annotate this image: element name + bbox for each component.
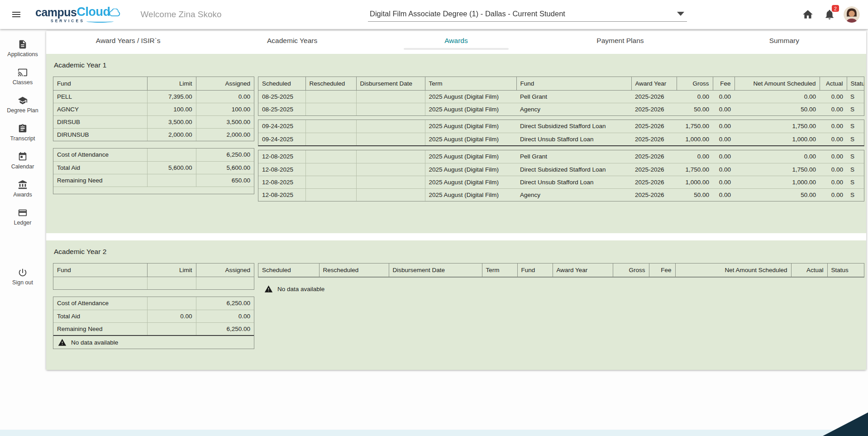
sidebar-item-transcript[interactable]: Transcript — [0, 119, 45, 147]
signout-label: Sign out — [12, 279, 33, 286]
no-data-message: No data available — [264, 285, 864, 293]
disbursement-row[interactable]: 09-24-2025 2025 August (Digital Film) Di… — [258, 120, 864, 133]
home-icon — [802, 9, 814, 20]
column-header[interactable]: Net Amount Scheduled — [675, 264, 791, 277]
column-header[interactable]: Assigned — [196, 264, 254, 277]
cell-status: S — [847, 120, 864, 133]
sidebar-item-applications[interactable]: Applications — [0, 34, 45, 62]
notifications-button[interactable]: 2 — [822, 7, 837, 22]
cell-actual: 0.00 — [820, 133, 847, 145]
disbursement-row[interactable]: 12-08-2025 2025 August (Digital Film) Di… — [258, 176, 864, 188]
sidebar-item-calendar[interactable]: Calendar — [0, 147, 45, 175]
cell-assigned: 650.00 — [196, 174, 254, 187]
campuscloud-logo[interactable]: campus Cloud SERVICES — [35, 6, 122, 23]
column-header[interactable]: Term — [482, 264, 517, 277]
disbursement-row[interactable]: 08-25-2025 2025 August (Digital Film) Pe… — [258, 90, 864, 103]
disbursement-row[interactable]: 08-25-2025 2025 August (Digital Film) Ag… — [258, 103, 864, 115]
cell-fee: 0.00 — [713, 176, 734, 188]
welcome-message: Welcome Zina Skoko — [140, 10, 221, 19]
table-footer-empty — [53, 187, 254, 194]
program-selector[interactable]: Digital Film Associate Degree (1) - Dall… — [368, 8, 687, 22]
tab-bar: Award Years / ISIR`s Academic Years Awar… — [46, 31, 866, 50]
disbursement-header-row: ScheduledRescheduledDisbursement DateTer… — [258, 77, 864, 90]
column-header[interactable]: Disbursement Date — [356, 77, 425, 90]
column-header[interactable]: Gross — [677, 77, 713, 90]
disbursement-row[interactable]: 09-24-2025 2025 August (Digital Film) Di… — [258, 133, 864, 145]
fund-row[interactable]: DIRSUB 3,500.00 3,500.00 — [53, 115, 254, 128]
cell-limit — [147, 277, 196, 289]
sidebar-item-label: Transcript — [10, 135, 35, 142]
fund-row[interactable]: AGNCY 100.00 100.00 — [53, 103, 254, 115]
disbursement-row[interactable]: 12-08-2025 2025 August (Digital Film) Di… — [258, 163, 864, 176]
column-header[interactable]: Fund — [53, 77, 147, 90]
column-header[interactable]: Fund — [516, 77, 631, 90]
disbursement-header-row: ScheduledRescheduledDisbursement DateTer… — [258, 264, 864, 277]
column-header[interactable]: Rescheduled — [305, 77, 356, 90]
sidebar-item-classes[interactable]: Classes — [0, 62, 45, 91]
cell-disbursement-date — [356, 103, 425, 115]
column-header[interactable]: Award Year — [553, 264, 613, 277]
tab[interactable]: Academic Years — [210, 31, 374, 50]
cell-net: 1,750.00 — [734, 163, 820, 176]
disbursement-row[interactable]: 12-08-2025 2025 August (Digital Film) Ag… — [258, 188, 864, 201]
column-header[interactable]: Scheduled — [258, 77, 305, 90]
column-header[interactable]: Rescheduled — [319, 264, 389, 277]
fund-row[interactable]: PELL 7,395.00 0.00 — [53, 90, 254, 103]
cell-award-year: 2025-2026 — [631, 133, 677, 145]
column-header[interactable]: Status — [827, 264, 864, 277]
cell-gross: 1,750.00 — [677, 163, 713, 176]
column-header[interactable]: Net Amount Scheduled — [734, 77, 820, 90]
column-header[interactable]: Actual — [791, 264, 827, 277]
sidebar-item-ledger[interactable]: Ledger — [0, 203, 45, 231]
column-header[interactable]: Assigned — [196, 77, 254, 90]
cell-term: 2025 August (Digital Film) — [425, 133, 516, 145]
sidebar-item-awards[interactable]: Awards — [0, 175, 45, 203]
disbursement-column: ScheduledRescheduledDisbursement DateTer… — [258, 263, 864, 293]
sidebar-item-signout[interactable]: Sign out — [0, 263, 45, 291]
cell-rescheduled — [305, 133, 356, 145]
home-button[interactable] — [800, 7, 816, 22]
sidebar-item-label: Applications — [7, 51, 38, 57]
menu-icon[interactable] — [8, 6, 24, 23]
tab[interactable]: Awards — [374, 31, 538, 50]
cell-fund: Pell Grant — [516, 90, 631, 103]
sidebar-item-degree-plan[interactable]: Degree Plan — [0, 91, 45, 119]
column-header[interactable]: Fund — [517, 264, 553, 277]
column-header[interactable]: Limit — [147, 264, 196, 277]
cell-award-year: 2025-2026 — [631, 188, 677, 201]
column-header[interactable]: Term — [425, 77, 516, 90]
cell-fee: 0.00 — [713, 90, 734, 103]
cell-actual: 0.00 — [820, 90, 847, 103]
cell-fee: 0.00 — [713, 163, 734, 176]
cell-net: 50.00 — [734, 188, 820, 201]
logo-services-row: SERVICES — [51, 19, 122, 23]
column-header[interactable]: Disbursement Date — [389, 264, 482, 277]
avatar[interactable] — [844, 6, 860, 23]
column-header[interactable]: Scheduled — [258, 264, 319, 277]
fund-row[interactable]: DIRUNSUB 2,000.00 2,000.00 — [53, 128, 254, 141]
disbursement-row[interactable]: 12-08-2025 2025 August (Digital Film) Pe… — [258, 150, 864, 163]
cell-fund: PELL — [53, 90, 147, 103]
column-header[interactable]: Gross — [613, 264, 649, 277]
column-header[interactable]: Fee — [713, 77, 734, 90]
cell-fee: 0.00 — [713, 120, 734, 133]
column-header[interactable]: Fund — [53, 264, 147, 277]
cell-assigned: 6,250.00 — [196, 297, 254, 310]
column-header[interactable]: Actual — [820, 77, 847, 90]
cell-disbursement-date — [356, 176, 425, 188]
column-header[interactable]: Fee — [649, 264, 675, 277]
cell-label: Total Aid — [53, 161, 147, 174]
cell-term: 2025 August (Digital Film) — [425, 150, 516, 163]
cell-award-year: 2025-2026 — [631, 103, 677, 115]
column-header[interactable]: Status — [847, 77, 864, 90]
cell-assigned: 0.00 — [196, 310, 254, 322]
tab[interactable]: Award Years / ISIR`s — [46, 31, 210, 50]
tab[interactable]: Summary — [702, 31, 866, 50]
sidebar-item-label: Degree Plan — [7, 107, 38, 114]
column-header[interactable]: Limit — [147, 77, 196, 90]
tab[interactable]: Payment Plans — [538, 31, 702, 50]
column-header[interactable]: Award Year — [631, 77, 677, 90]
fund-table: FundLimitAssigned PELL 7,395.00 0.00 — [53, 77, 254, 141]
cell-fee: 0.00 — [713, 103, 734, 115]
no-data-text: No data available — [277, 286, 324, 292]
